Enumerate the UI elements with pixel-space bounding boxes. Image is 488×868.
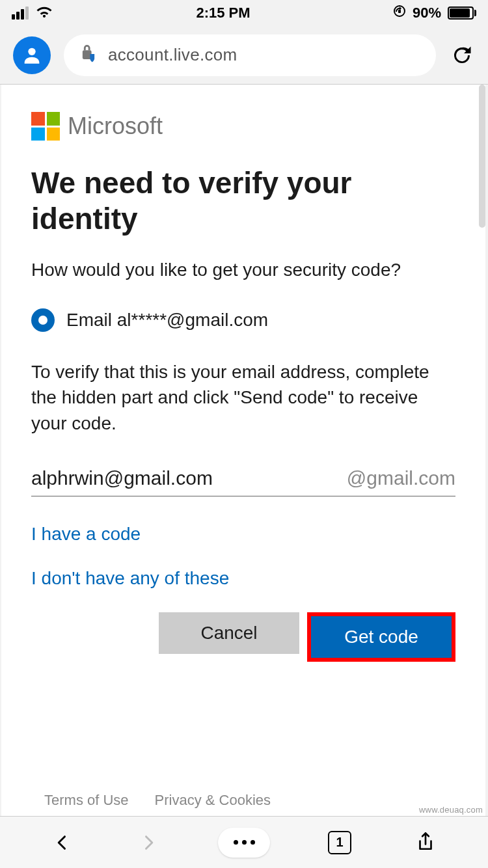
tab-count-icon: 1 — [328, 831, 351, 854]
wifi-icon — [35, 4, 53, 22]
rotation-lock-icon — [393, 5, 406, 21]
url-text: account.live.com — [108, 45, 237, 65]
back-button[interactable] — [46, 826, 79, 859]
forward-button[interactable] — [132, 826, 165, 859]
instruction-text: To verify that this is your email addres… — [31, 359, 455, 436]
privacy-link[interactable]: Privacy & Cookies — [155, 792, 271, 809]
get-code-button[interactable]: Get code — [311, 616, 452, 658]
tabs-button[interactable]: 1 — [323, 826, 356, 859]
url-bar[interactable]: account.live.com — [64, 34, 436, 76]
lock-shield-icon — [79, 44, 98, 67]
status-left — [12, 4, 53, 22]
page-subtitle: How would you like to get your security … — [31, 258, 455, 282]
bottom-toolbar: 1 — [0, 816, 488, 868]
refresh-icon — [450, 44, 474, 67]
status-time: 2:15 PM — [196, 5, 250, 21]
button-row: Cancel Get code — [31, 612, 455, 662]
battery-icon — [448, 7, 476, 20]
verify-option-email[interactable]: Email al*****@gmail.com — [31, 308, 455, 332]
microsoft-logo: Microsoft — [31, 112, 455, 141]
have-code-link[interactable]: I have a code — [31, 524, 455, 545]
share-icon — [416, 832, 435, 854]
verify-option-email-label: Email al*****@gmail.com — [66, 310, 268, 331]
refresh-button[interactable] — [449, 42, 475, 68]
page-title: We need to verify your identity — [31, 165, 455, 237]
microsoft-logo-icon — [31, 112, 60, 141]
cancel-button[interactable]: Cancel — [159, 612, 299, 654]
footer-links: Terms of Use Privacy & Cookies — [31, 792, 455, 809]
status-bar: 2:15 PM 90% — [0, 0, 488, 26]
more-button[interactable] — [218, 828, 270, 858]
highlight-annotation: Get code — [307, 612, 455, 662]
watermark: www.deuaq.com — [419, 805, 483, 815]
no-options-link[interactable]: I don't have any of these — [31, 568, 455, 589]
email-suffix: @gmail.com — [347, 467, 455, 489]
terms-link[interactable]: Terms of Use — [44, 792, 129, 809]
svg-point-2 — [28, 47, 35, 55]
profile-avatar[interactable] — [13, 36, 51, 74]
email-input-value: alphrwin@gmail.com — [31, 467, 347, 489]
signal-icon — [12, 7, 29, 20]
person-icon — [21, 44, 43, 66]
svg-rect-1 — [398, 10, 401, 13]
microsoft-logo-text: Microsoft — [68, 113, 163, 140]
email-input[interactable]: alphrwin@gmail.com @gmail.com — [31, 462, 455, 496]
chevron-left-icon — [53, 834, 72, 852]
chevron-right-icon — [139, 834, 157, 852]
content-area: Microsoft We need to verify your identit… — [1, 85, 485, 816]
status-right: 90% — [393, 5, 476, 21]
share-button[interactable] — [409, 826, 442, 859]
browser-bar: account.live.com — [0, 26, 488, 85]
battery-percent: 90% — [413, 5, 441, 21]
radio-selected-icon — [31, 308, 55, 332]
more-icon — [234, 840, 255, 845]
